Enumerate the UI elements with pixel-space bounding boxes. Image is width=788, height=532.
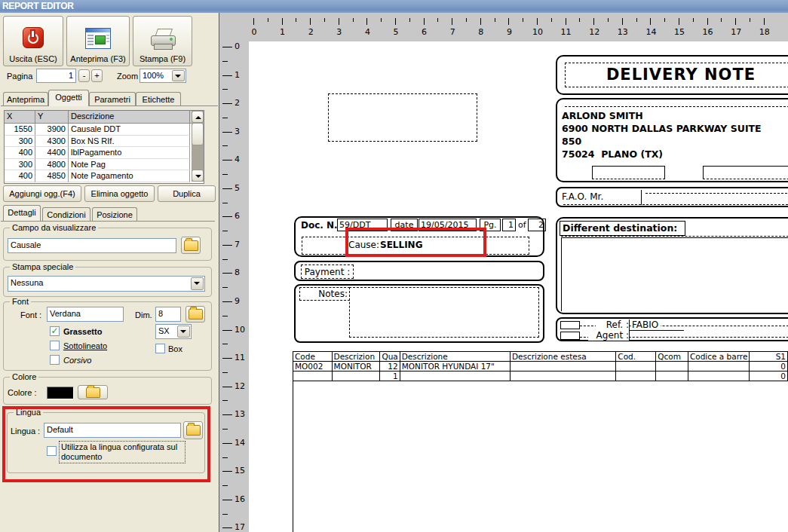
tab-anteprima[interactable]: Anteprima <box>3 92 48 105</box>
ruler-number: 12 <box>588 27 600 37</box>
zoom-select[interactable]: 100% <box>140 69 186 83</box>
box-checkbox[interactable] <box>155 344 165 353</box>
address-box-b <box>703 166 788 179</box>
align-value: SX <box>158 326 170 335</box>
ruler-tick <box>622 18 623 25</box>
ruler-number: 10 <box>235 325 245 335</box>
chevron-down-icon[interactable] <box>191 277 204 290</box>
items-column-header: Descrizion <box>332 352 380 362</box>
delivery-note-title-group: DELIVERY NOTE <box>556 55 788 95</box>
ruler-tick-minor <box>222 316 228 316</box>
object-row[interactable]: 3004800Note Pag <box>5 159 204 171</box>
delete-object-button[interactable]: Elimina oggetto <box>84 185 155 202</box>
print-button-label: Stampa (F9) <box>140 54 186 63</box>
scrollbar-thumb[interactable] <box>192 123 204 145</box>
tab-posizione[interactable]: Posizione <box>92 207 137 221</box>
add-object-button[interactable]: Aggiungi ogg.(F4) <box>3 185 81 202</box>
ruler-tick <box>650 18 651 25</box>
ruler-tick <box>452 18 452 25</box>
stampa-select[interactable]: Nessuna <box>8 276 205 292</box>
preview-button[interactable]: Anteprima (F3) <box>66 16 130 66</box>
objects-column-header[interactable]: Y <box>35 111 69 123</box>
ruler-tick <box>707 18 708 25</box>
items-row: MO002MONITOR12MONITOR HYUNDAI 17"0 <box>293 362 788 371</box>
objects-column-header[interactable]: X <box>5 111 35 123</box>
object-row[interactable]: 4004850Note Pagamento <box>5 170 204 182</box>
ruler-number: 15 <box>673 27 685 37</box>
tab-dettagli[interactable]: Dettagli <box>3 205 41 221</box>
object-cell: 1550 <box>5 124 35 136</box>
preview-icon <box>85 28 111 49</box>
ruler-number: 5 <box>390 27 402 37</box>
objects-table-scrollbar[interactable] <box>192 111 204 182</box>
underline-checkbox[interactable] <box>50 341 60 350</box>
tab-parametri[interactable]: Parametri <box>89 92 136 105</box>
items-cell <box>616 371 656 381</box>
agent-small-box <box>560 332 580 340</box>
exit-button[interactable]: Uscita (ESC) <box>3 16 63 66</box>
ruler-tick <box>222 245 232 246</box>
ruler-tick-minor <box>437 18 438 22</box>
italic-checkbox[interactable] <box>50 355 60 365</box>
items-table-grid: CodeDescrizionQuaDescrizioneDescrizione … <box>293 351 788 381</box>
object-row[interactable]: 4004400lblPagamento <box>5 147 204 159</box>
campo-input[interactable]: Causale <box>8 238 176 253</box>
of-label: of <box>518 220 526 230</box>
ruler-tick <box>222 47 232 47</box>
campo-browse-button[interactable] <box>181 237 201 254</box>
font-name-input[interactable]: Verdana <box>47 307 124 322</box>
ruler-tick <box>222 216 232 217</box>
font-browse-button[interactable] <box>186 306 205 323</box>
tab-oggetti[interactable]: Oggetti <box>48 90 89 106</box>
duplicate-button[interactable]: Duplica <box>158 185 216 202</box>
box-label: Box <box>168 344 182 353</box>
align-select[interactable]: SX <box>155 324 192 339</box>
print-button[interactable]: Stampa (F9) <box>133 16 192 66</box>
detail-tab-strip-line <box>1 221 215 222</box>
ref-value: FABIO <box>632 320 661 330</box>
tab-etichette[interactable]: Etichette <box>136 92 181 105</box>
items-column-header: Qua <box>380 352 400 362</box>
items-cell <box>332 371 380 381</box>
zoom-label: Zoom <box>117 72 138 81</box>
ruler-number: 16 <box>235 494 245 504</box>
object-cell: 4800 <box>35 159 69 171</box>
items-cell: 0 <box>750 362 788 371</box>
color-swatch[interactable] <box>47 387 74 399</box>
folder-icon <box>184 240 198 251</box>
ruler-tick <box>222 414 232 415</box>
object-cell: Note Pag <box>69 159 190 171</box>
ruler-tick-minor <box>222 429 228 430</box>
horizontal-ruler: 0123456789101112131415161718 <box>249 13 788 41</box>
object-row[interactable]: 3004300Box NS RIf. <box>5 136 204 148</box>
tab-condizioni[interactable]: Condizioni <box>42 207 90 221</box>
page-input[interactable]: 1 <box>36 69 76 83</box>
bold-checkbox[interactable]: ✓ <box>50 326 60 336</box>
scroll-up-icon[interactable] <box>192 111 204 123</box>
chevron-down-icon[interactable] <box>177 326 190 338</box>
object-cell: 4850 <box>35 170 69 182</box>
object-row[interactable]: 15503900Causale DDT <box>5 124 204 136</box>
address-dashed-line <box>565 106 788 107</box>
objects-column-header[interactable]: Descrizione <box>69 111 190 123</box>
object-cell: Note Pagamento <box>69 170 190 182</box>
font-size-input[interactable]: 8 <box>155 307 181 322</box>
ruler-number: 13 <box>617 27 629 37</box>
ruler-tick-minor <box>222 485 228 486</box>
page-minus-button[interactable]: - <box>78 69 90 82</box>
folder-icon <box>86 387 100 398</box>
color-browse-button[interactable] <box>78 385 108 399</box>
ruler-tick-minor <box>466 18 467 22</box>
font-label: Font : <box>20 310 41 320</box>
items-cell <box>688 362 749 371</box>
ruler-tick <box>537 18 538 25</box>
chevron-down-icon[interactable] <box>172 70 185 81</box>
scroll-down-icon[interactable] <box>192 170 204 182</box>
ruler-tick-minor <box>222 259 228 260</box>
underline-label: Sottolineato <box>63 341 107 350</box>
page-plus-button[interactable]: + <box>91 69 103 82</box>
object-cell: Causale DDT <box>69 124 190 136</box>
ruler-tick-minor <box>268 18 268 22</box>
report-page-canvas[interactable]: Doc. N. 59/DDT date 19/05/2015 Pg. 1 of … <box>249 41 788 532</box>
ruler-number: 1 <box>277 27 289 37</box>
